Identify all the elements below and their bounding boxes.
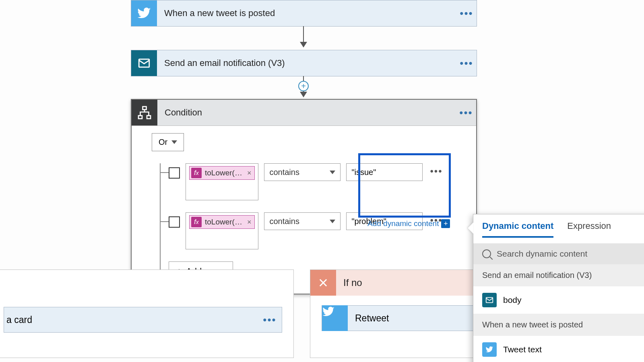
action-title: Send an email notification (V3) [157, 58, 456, 68]
twitter-icon [131, 0, 157, 26]
card-menu-button[interactable]: ••• [456, 57, 477, 70]
dc-item-label: Tweet text [503, 345, 542, 354]
fx-icon: fx [191, 168, 202, 178]
flow-canvas[interactable]: When a new tweet is posted ••• Send an e… [0, 0, 644, 362]
card-menu-button[interactable]: ••• [258, 314, 282, 326]
row-checkbox[interactable] [169, 216, 180, 228]
chevron-down-icon [330, 171, 335, 174]
connector-arrow [303, 26, 304, 47]
group-operator-label: Or [159, 138, 167, 147]
trigger-title: When a new tweet is posted [157, 8, 456, 19]
dc-group-header: When a new tweet is posted [473, 314, 644, 336]
left-operand-box[interactable]: fx toLower(… × [186, 163, 258, 200]
if-yes-branch: a card ••• [0, 269, 294, 358]
condition-icon [132, 100, 157, 125]
close-icon [310, 270, 336, 296]
row-menu-button[interactable]: ••• [428, 163, 444, 177]
fx-icon: fx [191, 217, 202, 227]
add-dynamic-content-link[interactable]: Add dynamic content + [367, 219, 450, 228]
remove-token-button[interactable]: × [246, 169, 252, 177]
remove-token-button[interactable]: × [246, 218, 252, 226]
branch-no-title: If no [336, 277, 362, 288]
token-text: toLower(… [205, 218, 242, 226]
add-dynamic-content-label: Add dynamic content [367, 219, 439, 228]
twitter-icon [322, 305, 348, 331]
branch-action-title: a card [4, 315, 258, 325]
row-checkbox[interactable] [169, 167, 180, 179]
expression-token[interactable]: fx toLower(… × [189, 215, 255, 229]
chevron-down-icon [171, 140, 177, 144]
search-dynamic-content[interactable]: Search dynamic content [473, 243, 644, 264]
search-icon [482, 249, 491, 258]
condition-row: fx toLower(… × contains ••• [152, 163, 466, 200]
condition-card: Condition ••• Or fx toLower(… × [131, 99, 477, 294]
dc-item-body[interactable]: body [473, 286, 644, 314]
expression-token[interactable]: fx toLower(… × [189, 166, 255, 180]
card-menu-button[interactable]: ••• [456, 107, 476, 119]
token-text: toLower(… [205, 169, 242, 177]
dc-group-header: Send an email notification (V3) [473, 264, 644, 286]
plus-badge-icon: + [441, 219, 450, 228]
svg-rect-1 [143, 107, 147, 110]
dc-item-tweet-text[interactable]: Tweet text [473, 336, 644, 362]
svg-rect-3 [147, 116, 151, 119]
branch-action-card[interactable]: a card ••• [4, 307, 282, 333]
dynamic-content-popout: Dynamic content Expression Search dynami… [473, 214, 644, 362]
dc-item-label: body [503, 295, 522, 305]
email-icon [131, 50, 157, 76]
condition-title: Condition [157, 107, 456, 118]
condition-header[interactable]: Condition ••• [132, 100, 476, 126]
trigger-card[interactable]: When a new tweet is posted ••• [131, 0, 477, 27]
twitter-icon [482, 342, 497, 357]
value-input[interactable] [346, 163, 423, 181]
operator-dropdown[interactable]: contains [264, 163, 341, 181]
action-card-email[interactable]: Send an email notification (V3) ••• [131, 50, 477, 76]
condition-row: fx toLower(… × contains ••• [152, 212, 466, 249]
card-menu-button[interactable]: ••• [456, 7, 477, 20]
search-placeholder: Search dynamic content [497, 249, 587, 259]
left-operand-box[interactable]: fx toLower(… × [186, 212, 258, 249]
insert-step-button[interactable]: + [298, 81, 309, 91]
chevron-down-icon [330, 220, 335, 223]
group-operator-dropdown[interactable]: Or [152, 133, 184, 151]
svg-rect-2 [138, 116, 142, 119]
email-icon [482, 293, 497, 307]
tab-expression[interactable]: Expression [567, 221, 611, 238]
operator-label: contains [269, 217, 299, 226]
operator-dropdown[interactable]: contains [264, 212, 341, 230]
tab-dynamic-content[interactable]: Dynamic content [482, 221, 553, 238]
operator-label: contains [269, 168, 299, 177]
